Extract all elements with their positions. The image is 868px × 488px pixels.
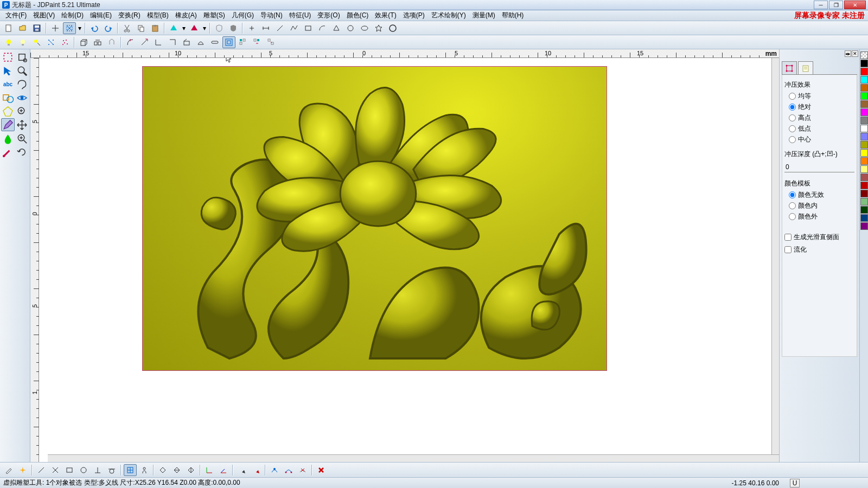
lt-zoom[interactable] [15, 64, 29, 77]
lt-move[interactable] [15, 118, 29, 131]
arc-tool[interactable] [316, 22, 329, 34]
bt-arrow2[interactable] [250, 464, 263, 476]
lt-lasso[interactable] [15, 78, 29, 91]
menu-measure[interactable]: 测量(M) [469, 10, 499, 21]
pill-icon[interactable] [208, 36, 221, 48]
palette-color-17[interactable] [860, 198, 868, 206]
status-unit[interactable]: U [790, 479, 800, 487]
menu-options[interactable]: 选项(P) [400, 10, 428, 21]
copy-button[interactable] [135, 22, 148, 34]
array1-icon[interactable] [237, 36, 250, 48]
new-button[interactable] [2, 22, 15, 34]
bt-axis1[interactable] [203, 464, 216, 476]
array3-icon[interactable] [265, 36, 278, 48]
lt-zoomfit[interactable] [15, 105, 29, 118]
horizontal-scrollbar[interactable] [48, 454, 779, 462]
bulb1-icon[interactable] [2, 36, 15, 48]
open-button[interactable] [16, 22, 29, 34]
palette-color-3[interactable] [860, 84, 868, 92]
menu-model[interactable]: 模型(B) [144, 10, 172, 21]
maximize-button[interactable]: ❐ [829, 1, 843, 9]
lt-pentagon[interactable] [1, 105, 15, 118]
color1-button[interactable] [167, 22, 180, 34]
color2-dropdown[interactable]: ▾ [202, 22, 207, 34]
palette-color-15[interactable] [860, 182, 868, 189]
palette-color-1[interactable] [860, 68, 868, 75]
extrude1-icon[interactable] [77, 36, 90, 48]
polyline-tool[interactable] [288, 22, 301, 34]
bt-line[interactable] [35, 464, 48, 476]
shield2-button[interactable] [227, 22, 240, 34]
menu-color[interactable]: 颜色(C) [343, 10, 372, 21]
palette-color-19[interactable] [860, 214, 868, 222]
menu-help[interactable]: 帮助(H) [499, 10, 527, 21]
box1-icon[interactable] [180, 36, 193, 48]
lt-shape[interactable] [1, 91, 15, 104]
angle2-icon[interactable] [166, 36, 179, 48]
lt-text[interactable]: abc [1, 78, 15, 91]
menu-geometry[interactable]: 几何(G) [228, 10, 257, 21]
radio2-option-1[interactable]: 颜色内 [789, 201, 854, 210]
menu-draw[interactable]: 绘制(D) [58, 10, 87, 21]
panel-close-button[interactable]: ✕ [852, 50, 858, 57]
bigcircle-tool[interactable] [386, 22, 399, 34]
line-tool[interactable] [273, 22, 286, 34]
bt-node1[interactable] [268, 464, 281, 476]
depth-input[interactable] [784, 162, 854, 172]
palette-color-7[interactable] [860, 117, 868, 124]
bt-pen[interactable] [2, 464, 15, 476]
panel-pin-button[interactable]: ◂▸ [845, 50, 851, 57]
menu-file[interactable]: 文件(F) [2, 10, 30, 21]
select-mode-dropdown[interactable]: ▾ [77, 22, 82, 34]
bt-diamond2[interactable] [170, 464, 183, 476]
menu-deform[interactable]: 变形(O) [314, 10, 343, 21]
lt-pen[interactable] [1, 118, 15, 131]
menu-effect[interactable]: 效果(T) [372, 10, 399, 21]
undo-button[interactable] [88, 22, 101, 34]
menu-feature[interactable]: 特征(U) [286, 10, 315, 21]
bt-grid[interactable] [124, 464, 137, 476]
angle1-icon[interactable] [152, 36, 165, 48]
shield1-button[interactable] [213, 22, 226, 34]
circle-tool[interactable] [344, 22, 357, 34]
palette-color-10[interactable] [860, 141, 868, 149]
palette-color-11[interactable] [860, 149, 868, 157]
lt-refresh[interactable] [15, 145, 29, 158]
bt-diamond3[interactable] [184, 464, 197, 476]
curve2-icon[interactable] [138, 36, 151, 48]
bt-circle[interactable] [77, 464, 90, 476]
star-tool[interactable] [372, 22, 385, 34]
radio-option-4[interactable]: 中心 [789, 135, 854, 144]
bt-perp[interactable] [91, 464, 104, 476]
frame-icon[interactable] [222, 36, 235, 48]
palette-color-8[interactable] [860, 125, 868, 132]
radio-option-3[interactable]: 低点 [789, 124, 854, 133]
curve1-icon[interactable] [124, 36, 137, 48]
menu-guide[interactable]: 导动(N) [257, 10, 286, 21]
array2-icon[interactable] [251, 36, 264, 48]
close-button[interactable]: ✕ [844, 1, 866, 9]
vertical-scrollbar[interactable] [771, 58, 779, 454]
cut-button[interactable] [120, 22, 133, 34]
paste-button[interactable] [149, 22, 162, 34]
palette-color-16[interactable] [860, 190, 868, 197]
palette-color-2[interactable] [860, 76, 868, 84]
palette-color-14[interactable] [860, 174, 868, 181]
bulb2-icon[interactable] [16, 36, 29, 48]
bt-diamond1[interactable] [156, 464, 169, 476]
ellipse-tool[interactable] [358, 22, 371, 34]
palette-nocolor[interactable] [860, 52, 868, 59]
point-tool[interactable] [245, 22, 258, 34]
panel-tab-2[interactable] [798, 61, 813, 74]
radio-option-0[interactable]: 均等 [789, 92, 854, 101]
triangle-tool[interactable] [330, 22, 343, 34]
radio2-option-2[interactable]: 颜色外 [789, 212, 854, 221]
lt-arrow[interactable] [1, 64, 15, 77]
snap-button[interactable] [49, 22, 62, 34]
palette-color-13[interactable] [860, 165, 868, 173]
menu-art[interactable]: 艺术绘制(Y) [428, 10, 469, 21]
menu-transform[interactable]: 变换(R) [115, 10, 144, 21]
radio2-option-0[interactable]: 颜色无效 [789, 190, 854, 200]
radio-option-1[interactable]: 绝对 [789, 102, 854, 112]
bt-tangent[interactable] [105, 464, 118, 476]
